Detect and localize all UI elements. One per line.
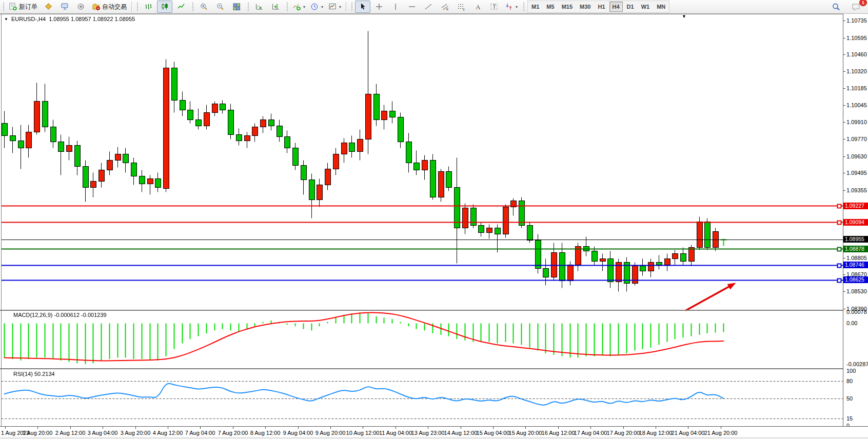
time-axis[interactable]: 1 Aug 20231 Aug 20:002 Aug 12:003 Aug 04… (0, 426, 868, 437)
price-tick-label: 1.10045 (846, 102, 867, 108)
price-tick-label: 1.09770 (846, 136, 867, 142)
price-tick-label: 1.10595 (846, 35, 867, 41)
price-tick-label: 1.10460 (846, 51, 867, 57)
time-tick-mark (493, 427, 494, 429)
price-tick-mark (843, 122, 845, 123)
symbol-dropdown-icon[interactable]: ▼ (4, 17, 8, 22)
price-tick-mark (843, 156, 845, 157)
rsi-tick-label: 50 (846, 395, 853, 402)
time-tick-label: 17 Aug 20:00 (607, 430, 640, 436)
price-tick-mark (843, 258, 845, 258)
price-line-badge: 1.08878 (843, 246, 868, 252)
price-tick-label: 1.09630 (846, 153, 867, 159)
price-tick-label: 1.08805 (846, 255, 867, 261)
rsi-tick-label: 80 (846, 378, 853, 384)
chart-title: ▼ EURUSD-,H4 1.08955 1.08957 1.08922 1.0… (4, 16, 135, 22)
price-tick-label: 1.09495 (846, 170, 867, 176)
time-tick-mark (37, 427, 38, 429)
price-tick-mark (843, 54, 845, 55)
price-tick-label: 1.09355 (846, 187, 867, 193)
time-tick-mark (103, 427, 103, 429)
time-tick-label: 15 Aug 20:00 (509, 430, 542, 436)
price-tick-mark (843, 309, 845, 309)
time-tick-mark (721, 427, 721, 429)
ohlc-values: 1.08955 1.08957 1.08922 1.08955 (49, 16, 135, 22)
macd-tick-label: 0.00078 (846, 309, 867, 315)
price-line-badge: 1.08955 (843, 236, 868, 243)
time-tick-mark (298, 427, 299, 429)
time-tick-label: 18 Aug 12:00 (639, 430, 673, 436)
time-tick-mark (656, 427, 656, 429)
time-tick-mark (5, 427, 6, 429)
time-tick-label: 7 Aug 04:00 (185, 430, 215, 436)
chart-left-border (1, 14, 2, 426)
time-tick-mark (330, 427, 331, 429)
time-tick-label: 17 Aug 04:00 (574, 430, 607, 436)
price-tick-label: 1.08530 (846, 288, 867, 294)
time-tick-label: 11 Aug 04:00 (379, 430, 412, 436)
price-line-badge: 1.09227 (843, 203, 868, 209)
rsi-indicator-label: RSI(14) 50.2134 (13, 371, 55, 377)
price-tick-mark (843, 190, 845, 191)
time-tick-label: 4 Aug 12:00 (153, 430, 183, 436)
time-tick-label: 21 Aug 20:00 (704, 430, 738, 436)
time-tick-mark (135, 427, 136, 429)
time-tick-mark (558, 427, 559, 429)
macd-pane-separator[interactable] (0, 310, 868, 311)
macd-tick-label: 0.00 (846, 320, 857, 326)
time-tick-mark (623, 427, 624, 429)
price-tick-label: 1.09910 (846, 119, 867, 125)
time-tick-mark (233, 427, 233, 429)
macd-indicator-label: MACD(12,26,9) -0.000612 -0.001239 (13, 312, 107, 318)
time-tick-mark (396, 427, 396, 429)
price-line-badge: 1.08625 (843, 276, 868, 283)
time-tick-label: 21 Aug 04:00 (672, 430, 705, 436)
price-tick-mark (843, 105, 845, 106)
time-tick-label: 15 Aug 04:00 (477, 430, 510, 436)
price-tick-mark (843, 21, 845, 21)
macd-tick-label: -0.002871 (846, 361, 868, 367)
rsi-tick-label: 15 (846, 415, 853, 422)
time-tick-mark (428, 427, 428, 429)
time-tick-mark (200, 427, 201, 429)
price-tick-mark (843, 291, 845, 292)
price-tick-mark (843, 173, 845, 173)
last-bar-marker-icon: ▼ (682, 14, 686, 19)
time-tick-mark (461, 427, 461, 429)
time-tick-label: 9 Aug 20:00 (315, 430, 346, 436)
price-line-badge: 1.08746 (843, 262, 868, 268)
price-tick-mark (843, 38, 845, 38)
time-tick-label: 14 Aug 12:00 (444, 430, 478, 436)
chart-top-border (0, 14, 868, 14)
time-tick-mark (168, 427, 168, 429)
time-tick-label: 7 Aug 20:00 (218, 430, 248, 436)
price-tick-mark (843, 71, 845, 72)
time-tick-label: 8 Aug 12:00 (250, 430, 281, 436)
price-tick-mark (843, 139, 845, 139)
rsi-tick-label: 100 (846, 368, 856, 374)
time-tick-mark (70, 427, 71, 429)
time-tick-mark (265, 427, 266, 429)
time-tick-label: 9 Aug 04:00 (283, 430, 313, 436)
price-tick-label: 1.10735 (846, 17, 867, 24)
time-tick-label: 2 Aug 12:00 (55, 430, 86, 436)
time-tick-mark (525, 427, 526, 429)
time-tick-label: 13 Aug 23:00 (411, 430, 445, 436)
status-strip (0, 437, 868, 439)
time-tick-label: 16 Aug 12:00 (542, 430, 575, 436)
chart-canvas[interactable] (0, 0, 868, 439)
time-tick-label: 3 Aug 20:00 (121, 430, 151, 436)
time-tick-mark (363, 427, 363, 429)
price-tick-mark (843, 274, 845, 275)
time-tick-mark (590, 427, 591, 429)
rsi-pane-separator[interactable] (0, 368, 868, 369)
symbol-period-label: EURUSD-,H4 (11, 16, 46, 22)
trading-terminal: 新订单自动交易▾▾▾EFAT▾M1M5M15M30H1H4D1W1MN 1 ▼ … (0, 0, 868, 439)
time-tick-mark (688, 427, 688, 429)
time-tick-label: 10 Aug 12:00 (346, 430, 380, 436)
time-tick-label: 1 Aug 20:00 (23, 430, 53, 436)
price-line-badge: 1.09094 (843, 219, 868, 226)
price-tick-label: 1.10320 (846, 68, 867, 74)
time-tick-label: 3 Aug 04:00 (88, 430, 118, 436)
price-tick-mark (843, 88, 845, 89)
